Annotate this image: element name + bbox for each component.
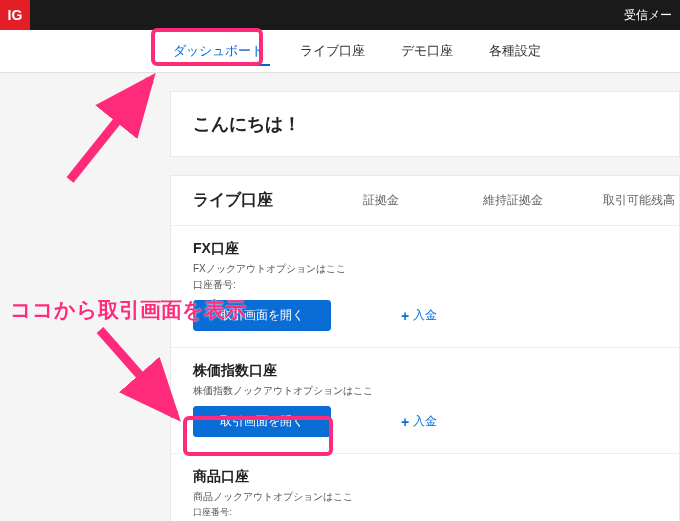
tab-dashboard[interactable]: ダッシュボード xyxy=(155,30,282,72)
section-title: ライブ口座 xyxy=(193,190,363,211)
account-number-label: 口座番号: xyxy=(193,506,657,519)
account-commodity: 商品口座 商品ノックアウトオプションはここ 口座番号: 取引画面を開く +入金 xyxy=(171,454,679,521)
greeting-text: こんにちは！ xyxy=(193,112,657,136)
account-name: 商品口座 xyxy=(193,468,657,486)
deposit-label: 入金 xyxy=(413,413,437,430)
account-name: FX口座 xyxy=(193,240,657,258)
plus-icon: + xyxy=(401,414,409,430)
account-number-label: 口座番号: xyxy=(193,278,657,292)
section-header: ライブ口座 証拠金 維持証拠金 取引可能残高 xyxy=(171,176,679,226)
account-stock-index: 株価指数口座 株価指数ノックアウトオプションはここ 取引画面を開く +入金 xyxy=(171,348,679,454)
plus-icon: + xyxy=(401,308,409,324)
account-fx: FX口座 FXノックアウトオプションはここ 口座番号: 取引画面を開く +入金 xyxy=(171,226,679,348)
tab-demo-account[interactable]: デモ口座 xyxy=(383,30,471,72)
col-maintenance-margin: 維持証拠金 xyxy=(483,192,603,209)
greeting-card: こんにちは！ xyxy=(170,91,680,157)
main-tabs: ダッシュボード ライブ口座 デモ口座 各種設定 xyxy=(0,30,680,73)
col-available-balance: 取引可能残高 xyxy=(603,192,680,209)
live-accounts-section: ライブ口座 証拠金 維持証拠金 取引可能残高 FX口座 FXノックアウトオプショ… xyxy=(170,175,680,521)
tab-live-account[interactable]: ライブ口座 xyxy=(282,30,383,72)
account-sub[interactable]: 株価指数ノックアウトオプションはここ xyxy=(193,384,657,398)
deposit-label: 入金 xyxy=(413,307,437,324)
tab-settings[interactable]: 各種設定 xyxy=(471,30,559,72)
deposit-link[interactable]: +入金 xyxy=(401,413,437,430)
brand-logo: IG xyxy=(0,0,30,30)
col-margin: 証拠金 xyxy=(363,192,483,209)
account-name: 株価指数口座 xyxy=(193,362,657,380)
deposit-link[interactable]: +入金 xyxy=(401,307,437,324)
annotation-text: ココから取引画面を表示 xyxy=(10,296,246,324)
inbox-link[interactable]: 受信メー xyxy=(624,7,672,24)
account-sub[interactable]: 商品ノックアウトオプションはここ xyxy=(193,490,657,504)
open-trading-button[interactable]: 取引画面を開く xyxy=(193,406,331,437)
account-sub[interactable]: FXノックアウトオプションはここ xyxy=(193,262,657,276)
topbar: IG 受信メー xyxy=(0,0,680,30)
